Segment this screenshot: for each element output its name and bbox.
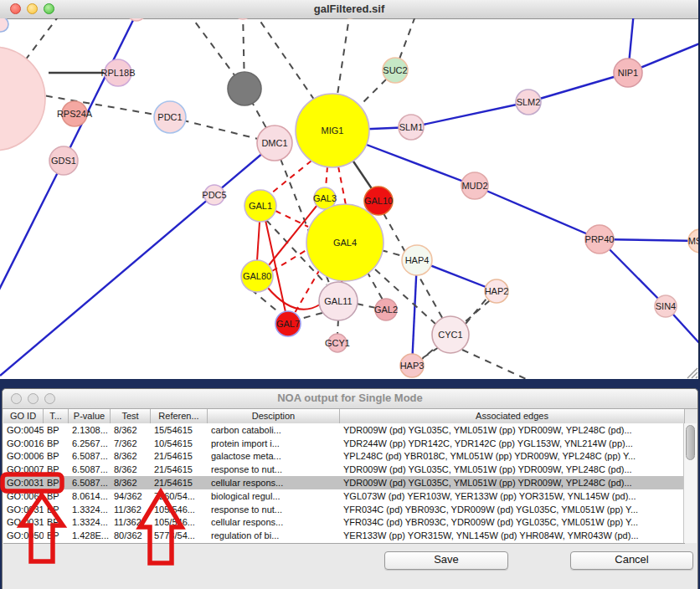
graph-window-titlebar[interactable]: galFiltered.sif [0, 0, 698, 19]
node-label: MSL1 [688, 236, 698, 246]
node-label: CYC1 [438, 330, 462, 340]
table-row[interactable]: GO:0065...BP8.0614...94/3627260/54...bio… [3, 489, 685, 503]
column-header[interactable]: Associated edges [340, 409, 685, 423]
column-header[interactable]: P-value [69, 409, 111, 423]
noa-output-window: NOA output for Single Mode GO IDT...P-va… [2, 388, 698, 589]
table-cell: BP [44, 491, 69, 501]
node-label: GAL2 [374, 305, 398, 315]
node-label: GCY1 [325, 338, 350, 348]
node-label: GDS1 [51, 156, 76, 166]
column-header[interactable]: GO ID [3, 409, 44, 423]
table-row[interactable]: GO:0031...BP1.3324...11/362105/546...res… [3, 503, 685, 516]
table-cell: 7/362 [111, 438, 151, 448]
table-cell: 6.5087... [69, 478, 111, 488]
table-cell: GO:0016... [3, 438, 44, 448]
cancel-button[interactable]: Cancel [570, 551, 693, 570]
node-unlabeled[interactable] [0, 47, 45, 151]
save-button[interactable]: Save [384, 551, 508, 570]
node-label: GAL10 [364, 196, 393, 206]
table-cell: YPL248C (pd) YBR018C, YML051W (pp) YDR00… [340, 451, 685, 461]
table-cell: YER133W (pp) YOR315W, YNL145W (pd) YHR08… [340, 530, 685, 540]
table-row[interactable]: GO:0006...BP6.5087...8/36221/54615galact… [3, 450, 685, 464]
node-label: HAP2 [485, 286, 509, 296]
node-label: HAP3 [400, 361, 425, 371]
table-cell: BP [44, 517, 69, 527]
table-cell: YDR244W (pp) YDR142C, YDR142C (pp) YGL15… [340, 438, 685, 448]
table-row[interactable]: GO:0007...BP6.5087...8/36221/54615respon… [3, 463, 685, 476]
graph-window-title: galFiltered.sif [0, 3, 698, 15]
table-row[interactable]: GO:0031...BP1.3324...11/362105/546...cel… [3, 516, 685, 530]
table-cell: 94/362 [111, 491, 151, 501]
node-label: SLM2 [517, 97, 541, 107]
table-cell: protein import i... [208, 438, 340, 448]
table-cell: 7260/54... [151, 491, 208, 501]
table-cell: 8/362 [111, 478, 151, 488]
table-cell: GO:0031... [3, 478, 44, 488]
column-header[interactable]: T... [44, 409, 69, 423]
table-cell: GO:0006... [3, 451, 44, 461]
table-cell: 105/546... [151, 517, 208, 527]
table-cell: galactose meta... [208, 451, 340, 461]
table-cell: 10/54615 [151, 438, 208, 448]
node-label: GAL80 [243, 271, 271, 281]
table-cell: GO:0065... [3, 491, 44, 501]
node-label: SLM1 [399, 122, 424, 132]
table-cell: 6.2567... [69, 438, 111, 448]
table-cell: 5778/54... [151, 530, 208, 540]
column-header[interactable]: Test [111, 409, 151, 423]
table-cell: YDR009W (pd) YGL035C, YML051W (pp) YDR00… [340, 478, 685, 488]
table-cell: YDR009W (pd) YGL035C, YML051W (pp) YDR00… [340, 464, 685, 474]
table-row[interactable]: GO:0016...BP6.2567...7/36210/54615protei… [3, 437, 685, 450]
table-cell: 21/54615 [151, 451, 208, 461]
table-cell: YDR009W (pd) YGL035C, YML051W (pp) YDR00… [340, 425, 685, 435]
table-cell: 1.428E... [69, 530, 111, 540]
graph-window: galFiltered.sif RPL18BRPS24AGDS1PDC1DMC1… [0, 0, 699, 379]
table-cell: 105/546... [151, 504, 208, 515]
node-label: RPS24A [57, 109, 93, 119]
table-row[interactable]: GO:0031...BP6.5087...8/36221/54615cellul… [3, 476, 685, 489]
node-label: GAL3 [313, 193, 337, 203]
resize-grip-icon[interactable] [687, 368, 697, 378]
table-row[interactable]: GO:0050...BP1.428E...80/3625778/54...reg… [3, 529, 685, 542]
table-cell: GO:0007... [3, 464, 44, 474]
vertical-scrollbar[interactable] [683, 423, 697, 543]
node-label: NIP1 [618, 68, 638, 78]
table-cell: response to nut... [208, 464, 340, 474]
node-label: PDC1 [157, 112, 182, 122]
column-header[interactable]: Desciption [208, 409, 340, 423]
node-label: RPL18B [101, 68, 136, 78]
table-cell: 8/362 [111, 464, 151, 474]
node-label: GAL1 [249, 201, 272, 211]
table-cell: 8/362 [111, 425, 151, 435]
table-cell: GO:0050... [3, 530, 44, 540]
table-cell: cellular respons... [208, 478, 340, 488]
table-cell: GO:0031... [3, 504, 44, 515]
table-cell: 11/362 [111, 504, 151, 515]
table-cell: 8.0614... [69, 491, 111, 501]
node-label: MUD2 [461, 181, 487, 191]
table-cell: 2.1308... [69, 425, 111, 435]
column-header[interactable]: Referen... [151, 409, 208, 423]
node-label: GAL7 [276, 319, 300, 329]
network-canvas[interactable]: RPL18BRPS24AGDS1PDC1DMC1MIG1SUC2SLM1SLM2… [0, 18, 698, 379]
table-cell: biological regul... [208, 491, 340, 501]
node-unlabeled[interactable] [127, 18, 146, 21]
table-cell: 21/54615 [151, 464, 208, 474]
table-cell: GO:0045... [3, 425, 44, 435]
table-row[interactable]: GO:0045...BP2.1308...8/36215/54615carbon… [3, 423, 685, 437]
node-label: HAP4 [405, 255, 430, 265]
node-unlabeled[interactable] [0, 18, 8, 32]
scrollbar-thumb[interactable] [686, 425, 695, 460]
table-cell: BP [44, 438, 69, 448]
noa-window-titlebar[interactable]: NOA output for Single Mode [3, 389, 697, 409]
table-header-row: GO IDT...P-valueTestReferen...Desciption… [3, 409, 685, 424]
node-unlabeled[interactable] [228, 72, 261, 105]
table-cell: YGL073W (pd) YER103W, YER133W (pp) YOR31… [340, 491, 685, 501]
table-cell: BP [44, 530, 69, 540]
node-label: GAL11 [324, 296, 352, 306]
table-cell: 1.3324... [69, 517, 111, 527]
node-label: PDC5 [202, 190, 226, 200]
table-cell: BP [44, 464, 69, 474]
node-unlabeled[interactable] [234, 18, 252, 19]
table-cell: BP [44, 478, 69, 488]
